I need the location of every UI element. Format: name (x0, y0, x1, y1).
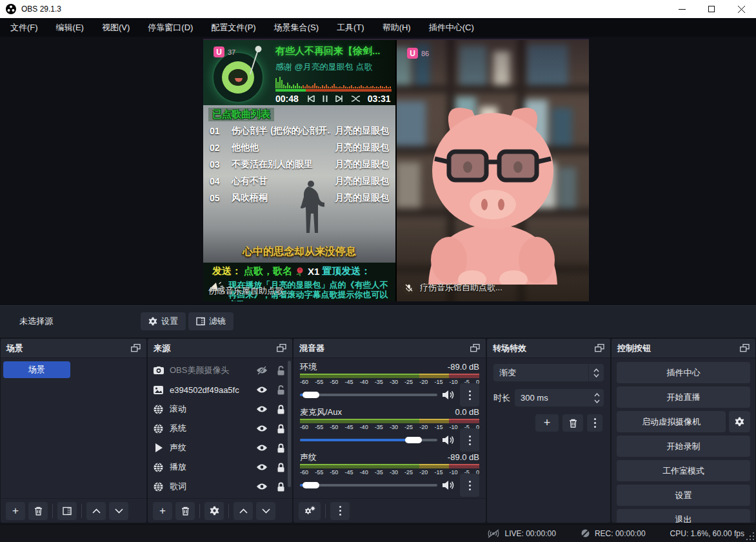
source-properties-button[interactable] (204, 502, 224, 520)
source-row[interactable]: 歌词 (148, 477, 292, 496)
speaker-icon[interactable] (443, 480, 455, 490)
mixer-options-button[interactable] (330, 502, 350, 520)
scene-move-down-button[interactable] (109, 502, 128, 520)
visibility-toggle[interactable] (255, 463, 268, 471)
add-scene-button[interactable]: + (6, 502, 25, 520)
menu-profile[interactable]: 配置文件(P) (202, 18, 264, 37)
channel-name: 麦克风/Aux (300, 406, 342, 418)
lock-toggle[interactable] (274, 405, 287, 414)
menu-help[interactable]: 帮助(H) (373, 18, 420, 37)
minimize-button[interactable] (667, 0, 697, 18)
studio-mode-button[interactable]: 工作室模式 (617, 460, 750, 481)
exit-button[interactable]: 退出 (617, 509, 750, 523)
duration-spinbox[interactable]: 300 ms (515, 389, 604, 406)
visibility-toggle[interactable] (255, 483, 268, 490)
lock-toggle[interactable] (274, 482, 287, 492)
lock-toggle[interactable] (274, 385, 287, 395)
chevron-down-icon[interactable] (594, 399, 600, 403)
maximize-button[interactable] (697, 0, 726, 18)
volume-slider[interactable] (300, 394, 437, 396)
lock-toggle[interactable] (274, 366, 287, 376)
transition-options-button[interactable] (587, 414, 602, 432)
source-row[interactable]: OBS美颜摄像头 (148, 361, 292, 380)
rec-time: REC: 00:00:00 (595, 529, 646, 538)
source-row[interactable]: 播放 (148, 457, 292, 477)
lock-toggle[interactable] (274, 443, 287, 453)
menu-plugin-center[interactable]: 插件中心(C) (420, 18, 483, 37)
globe-icon (154, 482, 163, 492)
preview-canvas[interactable]: U 37 有些人不再回来【徐剑... 感谢 @月亮的显眼包 点歌 00:48 (203, 39, 589, 301)
song-title: 有些人不再回来【徐剑... (275, 45, 392, 57)
menu-tools[interactable]: 工具(T) (328, 18, 373, 37)
add-transition-button[interactable]: + (535, 414, 559, 432)
source-row[interactable]: 声纹 (148, 438, 292, 457)
controls-panel: 控制按钮 插件中心 开始直播 启动虚拟摄像机 开始录制 工作室模式 设置 退出 (612, 339, 755, 523)
visibility-toggle[interactable] (255, 386, 268, 394)
channel-options-button[interactable] (460, 474, 479, 497)
preview-area[interactable]: U 37 有些人不再回来【徐剑... 感谢 @月亮的显眼包 点歌 00:48 (0, 37, 756, 305)
video-music-player[interactable]: U 37 有些人不再回来【徐剑... 感谢 @月亮的显眼包 点歌 00:48 (203, 40, 395, 301)
lock-toggle[interactable] (274, 424, 287, 434)
popout-icon[interactable] (131, 344, 141, 352)
menu-file[interactable]: 文件(F) (1, 18, 47, 37)
meter-ticks: -60-55-50-45-40-35-30-25-20-15-10-50 (300, 468, 479, 477)
playlist-header: 已点歌曲列表 (208, 108, 274, 121)
globe-icon (154, 463, 163, 472)
virtual-camera-settings-button[interactable] (729, 411, 750, 432)
video-pig-cam[interactable]: U 86 疗伤音乐馆自助点歌... (397, 40, 589, 301)
start-streaming-button[interactable]: 开始直播 (617, 386, 750, 408)
lock-open-icon (277, 385, 285, 395)
scene-move-up-button[interactable] (86, 502, 106, 520)
song-subtitle: 感谢 @月亮的显眼包 点歌 (275, 61, 392, 73)
pause-icon (323, 95, 328, 102)
popout-icon[interactable] (470, 344, 480, 352)
remove-source-button[interactable] (175, 502, 195, 520)
mixer-channel: 声纹 -89.0 dB -60-55-50-45-40-35-30-25-20-… (300, 452, 479, 494)
visibility-toggle[interactable] (255, 366, 268, 375)
chevron-up-icon[interactable] (594, 393, 600, 397)
menu-scene-collection[interactable]: 场景集合(S) (265, 18, 328, 37)
source-move-up-button[interactable] (234, 502, 253, 520)
popout-icon[interactable] (595, 344, 604, 352)
popout-icon[interactable] (740, 344, 750, 352)
remove-transition-button[interactable] (562, 414, 583, 432)
add-source-button[interactable]: + (153, 502, 172, 520)
visibility-toggle[interactable] (255, 444, 268, 452)
visibility-toggle[interactable] (255, 425, 268, 432)
plugin-center-button[interactable]: 插件中心 (617, 362, 750, 383)
popout-icon[interactable] (277, 344, 286, 352)
sources-scrollbar[interactable] (288, 361, 291, 487)
source-move-down-button[interactable] (256, 502, 275, 520)
channel-options-button[interactable] (460, 428, 479, 452)
start-recording-button[interactable]: 开始录制 (617, 436, 750, 457)
start-virtual-camera-button[interactable]: 启动虚拟摄像机 (617, 411, 726, 432)
scene-item-selected[interactable]: 场景 (3, 361, 70, 378)
scenes-panel-title: 场景 (6, 343, 23, 354)
eye-icon (256, 444, 268, 452)
player-section: U 37 有些人不再回来【徐剑... 感谢 @月亮的显眼包 点歌 00:48 (203, 40, 395, 105)
lock-toggle[interactable] (274, 463, 287, 472)
menu-edit[interactable]: 编辑(E) (47, 18, 93, 37)
menu-view[interactable]: 视图(V) (93, 18, 139, 37)
volume-slider[interactable] (300, 439, 437, 441)
volume-slider[interactable] (300, 484, 437, 487)
channel-options-button[interactable] (460, 383, 479, 406)
chevron-up-icon (239, 508, 248, 514)
speaker-icon[interactable] (443, 435, 455, 445)
source-row[interactable]: 滚动 (148, 399, 292, 419)
source-filters-button[interactable]: 滤镜 (188, 312, 234, 330)
speaker-icon[interactable] (443, 390, 455, 400)
scene-filters-button[interactable] (57, 502, 77, 520)
transition-select[interactable]: 渐变 (493, 364, 604, 381)
visibility-toggle[interactable] (255, 405, 268, 413)
remove-scene-button[interactable] (28, 502, 48, 520)
advanced-audio-button[interactable] (299, 502, 321, 520)
source-properties-button[interactable]: 设置 (141, 312, 186, 330)
source-row[interactable]: e394502df49aa5fc (148, 380, 292, 399)
close-button[interactable] (726, 0, 756, 18)
gift-badge-icon: U (214, 46, 224, 57)
settings-button[interactable]: 设置 (617, 485, 750, 506)
source-row[interactable]: 系统 (148, 419, 292, 438)
menu-docks[interactable]: 停靠窗口(D) (139, 18, 202, 37)
transitions-panel: 转场特效 渐变 时长 300 ms (487, 339, 610, 523)
